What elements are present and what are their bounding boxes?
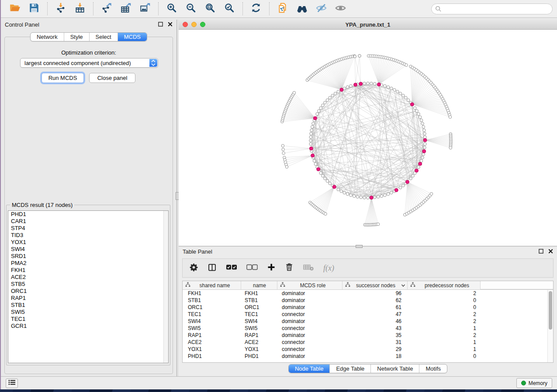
minimize-window-traffic-light[interactable] bbox=[191, 22, 197, 27]
table-cell[interactable]: 29 bbox=[343, 346, 408, 353]
graph-node[interactable] bbox=[399, 186, 402, 189]
show-column-panel-button[interactable] bbox=[208, 263, 217, 274]
table-cell[interactable]: 61 bbox=[343, 304, 408, 311]
graph-node[interactable] bbox=[285, 165, 288, 168]
graph-hub-node[interactable] bbox=[370, 196, 373, 199]
graph-node[interactable] bbox=[419, 116, 422, 119]
table-cell[interactable]: RAP1 bbox=[241, 332, 277, 339]
graph-hub-node[interactable] bbox=[309, 147, 313, 150]
graph-node[interactable] bbox=[423, 146, 426, 149]
mcds-result-item[interactable]: STB1 bbox=[8, 302, 168, 309]
mcds-result-item[interactable]: STB5 bbox=[8, 281, 168, 288]
graph-node[interactable] bbox=[420, 159, 423, 162]
table-cell[interactable]: FKH1 bbox=[183, 290, 241, 297]
table-cell[interactable]: YOX1 bbox=[241, 346, 277, 353]
table-cell[interactable]: 2 bbox=[408, 318, 481, 325]
graph-node[interactable] bbox=[417, 113, 420, 116]
graph-node[interactable] bbox=[367, 82, 370, 85]
table-row[interactable]: FKH1FKH1dominator962 bbox=[183, 290, 553, 297]
graph-hub-node[interactable] bbox=[317, 168, 320, 171]
graph-node[interactable] bbox=[420, 119, 423, 122]
graph-node[interactable] bbox=[324, 101, 327, 104]
graph-node[interactable] bbox=[322, 175, 325, 178]
close-panel-icon[interactable] bbox=[168, 21, 173, 28]
function-builder-button[interactable]: f(x) bbox=[323, 264, 334, 273]
tab-network-table[interactable]: Network Table bbox=[370, 364, 419, 373]
mcds-result-item[interactable]: SWI5 bbox=[8, 309, 168, 316]
table-row[interactable]: ORC1ORC1dominator610 bbox=[183, 304, 553, 311]
mcds-result-item[interactable]: STP4 bbox=[8, 225, 168, 232]
graph-node[interactable] bbox=[309, 139, 312, 142]
graph-node[interactable] bbox=[313, 159, 316, 162]
graph-node[interactable] bbox=[374, 83, 377, 86]
mcds-result-item[interactable]: CAR1 bbox=[8, 218, 168, 225]
graph-hub-node[interactable] bbox=[422, 150, 426, 153]
import-table-button[interactable] bbox=[73, 2, 87, 16]
graph-node[interactable] bbox=[417, 166, 420, 169]
graph-node[interactable] bbox=[423, 129, 426, 132]
zoom-out-button[interactable] bbox=[184, 2, 198, 16]
show-all-button[interactable] bbox=[333, 2, 347, 16]
table-cell[interactable]: dominator bbox=[277, 290, 343, 297]
graph-node[interactable] bbox=[377, 196, 380, 199]
graph-node[interactable] bbox=[319, 172, 322, 175]
table-cell[interactable]: ORC1 bbox=[241, 304, 277, 311]
table-cell[interactable]: 18 bbox=[343, 353, 408, 360]
table-cell[interactable]: 46 bbox=[343, 318, 408, 325]
table-settings-button[interactable] bbox=[189, 263, 198, 274]
table-cell[interactable]: 2 bbox=[408, 311, 481, 318]
graph-node[interactable] bbox=[367, 196, 370, 199]
tab-mcds[interactable]: MCDS bbox=[118, 33, 147, 41]
table-cell[interactable]: FKH1 bbox=[241, 290, 277, 297]
table-cell[interactable]: ACE2 bbox=[241, 339, 277, 346]
table-cell[interactable]: SWI5 bbox=[241, 325, 277, 332]
column-header-predecessor-nodes[interactable]: predecessor nodes bbox=[408, 281, 481, 289]
graph-node[interactable] bbox=[424, 136, 427, 139]
table-row[interactable]: SWI4SWI4dominator462 bbox=[183, 318, 553, 325]
horizontal-splitter-grip[interactable] bbox=[356, 245, 363, 248]
graph-node[interactable] bbox=[402, 184, 405, 187]
table-cell[interactable]: PHD1 bbox=[241, 353, 277, 360]
tab-select[interactable]: Select bbox=[89, 33, 118, 41]
table-cell[interactable]: 62 bbox=[343, 297, 408, 304]
graph-node[interactable] bbox=[421, 122, 424, 125]
mcds-result-item[interactable]: PHD1 bbox=[8, 211, 168, 218]
graph-node[interactable] bbox=[282, 148, 285, 151]
graph-node[interactable] bbox=[449, 146, 452, 149]
table-row[interactable]: ACE2ACE2connector311 bbox=[183, 339, 553, 346]
graph-node[interactable] bbox=[423, 132, 426, 135]
graph-hub-node[interactable] bbox=[313, 117, 317, 120]
graph-node[interactable] bbox=[311, 125, 314, 128]
graph-hub-node[interactable] bbox=[419, 162, 422, 165]
column-header-successor-nodes[interactable]: successor nodes bbox=[343, 281, 408, 289]
graph-node[interactable] bbox=[349, 194, 353, 197]
graph-node[interactable] bbox=[316, 113, 319, 116]
export-image-button[interactable] bbox=[138, 2, 152, 16]
graph-hub-node[interactable] bbox=[410, 103, 414, 106]
graph-node[interactable] bbox=[390, 87, 393, 90]
zoom-window-traffic-light[interactable] bbox=[200, 22, 205, 27]
graph-node[interactable] bbox=[405, 64, 408, 67]
refresh-view-button[interactable] bbox=[249, 2, 263, 16]
close-window-traffic-light[interactable] bbox=[183, 22, 188, 27]
table-cell[interactable]: YOX1 bbox=[183, 346, 241, 353]
graph-node[interactable] bbox=[309, 143, 312, 146]
select-all-button[interactable] bbox=[226, 264, 237, 272]
table-scrollbar-thumb[interactable] bbox=[549, 291, 552, 330]
search-input[interactable] bbox=[431, 3, 553, 14]
graph-node[interactable] bbox=[319, 107, 322, 110]
graph-node[interactable] bbox=[293, 91, 296, 94]
graph-node[interactable] bbox=[422, 153, 425, 156]
graph-node[interactable] bbox=[449, 116, 452, 119]
export-network-button[interactable] bbox=[100, 2, 114, 16]
graph-node[interactable] bbox=[337, 188, 340, 191]
graph-node[interactable] bbox=[324, 213, 327, 216]
table-row[interactable]: RAP1RAP1dominator352 bbox=[183, 332, 553, 339]
zoom-in-button[interactable] bbox=[165, 2, 179, 16]
table-cell[interactable]: 96 bbox=[343, 290, 408, 297]
graph-node[interactable] bbox=[358, 55, 361, 58]
run-mcds-button[interactable]: Run MCDS bbox=[42, 73, 84, 83]
float-panel-icon[interactable] bbox=[158, 21, 163, 28]
graph-node[interactable] bbox=[324, 177, 327, 180]
graph-hub-node[interactable] bbox=[354, 83, 357, 86]
